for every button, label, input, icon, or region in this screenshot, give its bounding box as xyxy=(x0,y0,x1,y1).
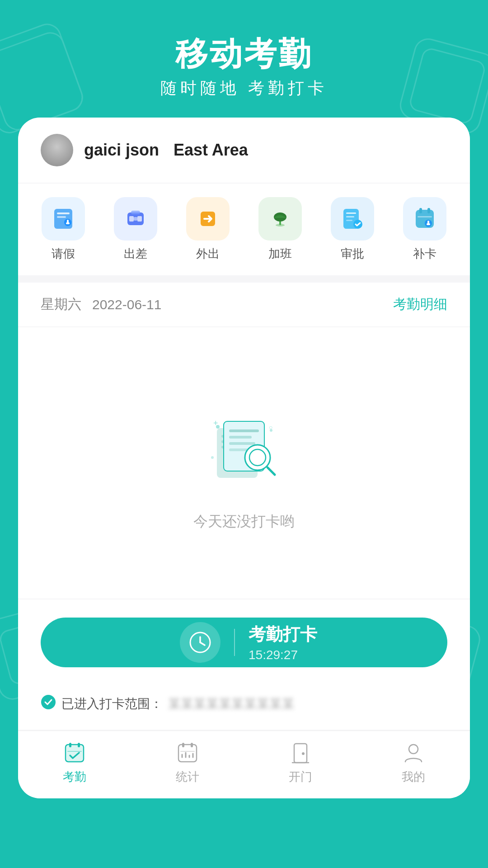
svg-rect-43 xyxy=(229,448,248,451)
checkin-clock-icon xyxy=(180,622,221,663)
action-icon-waichu xyxy=(186,197,230,241)
svg-rect-62 xyxy=(182,743,184,747)
attendance-detail-link[interactable]: 考勤明细 xyxy=(393,295,447,314)
nav-label-tongji: 统计 xyxy=(176,769,199,785)
bottom-nav: 考勤 统计 xyxy=(18,731,470,798)
checkin-button[interactable]: 考勤打卡 15:29:27 xyxy=(41,618,447,667)
nav-label-wode: 我的 xyxy=(402,769,425,785)
action-label-qingjia: 请假 xyxy=(52,246,75,262)
svg-rect-28 xyxy=(419,208,422,213)
svg-rect-64 xyxy=(180,751,195,752)
svg-rect-59 xyxy=(78,743,80,747)
action-icon-qingjia xyxy=(42,197,85,241)
action-label-shenpi: 审批 xyxy=(341,246,364,262)
svg-point-67 xyxy=(409,745,418,754)
svg-rect-61 xyxy=(178,745,197,762)
svg-rect-7 xyxy=(54,209,72,229)
svg-line-46 xyxy=(267,467,275,475)
nav-label-kaimen: 开门 xyxy=(289,769,312,785)
main-card: gaici json East Area 请假 xyxy=(18,118,470,798)
nav-label-kaoqin: 考勤 xyxy=(63,769,86,785)
svg-rect-29 xyxy=(427,208,430,213)
checkin-area: 考勤打卡 15:29:27 xyxy=(18,599,470,685)
svg-rect-58 xyxy=(69,743,71,747)
action-qingjia[interactable]: 请假 xyxy=(42,197,85,262)
svg-rect-12 xyxy=(66,222,70,224)
action-shenpi[interactable]: 审批 xyxy=(331,197,374,262)
svg-rect-63 xyxy=(191,743,193,747)
empty-text: 今天还没打卡哟 xyxy=(193,512,295,532)
page-title: 移动考勤 xyxy=(0,36,488,72)
svg-point-55 xyxy=(41,695,56,709)
checkin-time: 15:29:27 xyxy=(249,648,298,662)
weekday-text: 星期六 xyxy=(41,295,81,314)
action-buka[interactable]: 补卡 xyxy=(403,197,446,262)
empty-state: + ○ 今天还没打卡哟 xyxy=(18,327,470,599)
svg-text:+: + xyxy=(213,419,218,428)
checkin-label: 考勤打卡 xyxy=(249,623,317,646)
nav-item-tongji[interactable]: 统计 xyxy=(131,740,244,785)
svg-rect-8 xyxy=(57,212,70,214)
user-name: gaici json xyxy=(84,141,159,160)
action-label-chuchai: 出差 xyxy=(124,246,147,262)
date-text: 2022-06-11 xyxy=(92,297,161,312)
svg-point-49 xyxy=(211,456,214,459)
nav-item-kaoqin[interactable]: 考勤 xyxy=(18,740,131,785)
action-icon-shenpi xyxy=(331,197,374,241)
action-label-waichu: 外出 xyxy=(196,246,220,262)
status-prefix: 已进入打卡范围： xyxy=(61,695,163,712)
action-chuchai[interactable]: 出差 xyxy=(114,197,157,262)
svg-rect-40 xyxy=(229,429,259,432)
svg-rect-23 xyxy=(346,212,356,214)
svg-rect-17 xyxy=(134,217,137,221)
checkin-divider xyxy=(234,629,235,656)
action-icon-buka xyxy=(403,197,446,241)
page-subtitle: 随时随地 考勤打卡 xyxy=(0,77,488,99)
svg-rect-30 xyxy=(418,216,432,217)
action-icon-chuchai xyxy=(114,197,157,241)
svg-point-44 xyxy=(245,445,270,470)
card-header: gaici json East Area xyxy=(18,118,470,183)
avatar xyxy=(41,134,73,166)
nav-icon-kaimen xyxy=(288,740,313,765)
svg-rect-16 xyxy=(137,216,142,222)
status-check-icon xyxy=(41,694,56,713)
svg-rect-60 xyxy=(67,751,82,752)
svg-rect-65 xyxy=(294,744,307,763)
action-label-buka: 补卡 xyxy=(413,246,436,262)
svg-rect-56 xyxy=(66,745,84,762)
action-label-jiaban: 加班 xyxy=(268,246,292,262)
nav-icon-tongji xyxy=(175,740,200,765)
svg-rect-41 xyxy=(229,436,252,439)
nav-item-wode[interactable]: 我的 xyxy=(357,740,470,785)
quick-actions: 请假 出差 xyxy=(18,184,470,275)
svg-rect-42 xyxy=(229,442,255,445)
svg-rect-33 xyxy=(427,223,430,225)
svg-point-66 xyxy=(302,752,305,755)
status-location: 某某某某某某某某某某 xyxy=(168,695,295,712)
empty-illustration: + ○ xyxy=(199,403,289,494)
action-waichu[interactable]: 外出 xyxy=(186,197,230,262)
checkin-text: 考勤打卡 15:29:27 xyxy=(249,623,317,662)
action-icon-jiaban xyxy=(258,197,302,241)
svg-rect-25 xyxy=(346,220,352,221)
svg-rect-14 xyxy=(131,211,140,214)
nav-item-kaimen[interactable]: 开门 xyxy=(244,740,357,785)
svg-rect-15 xyxy=(129,216,134,222)
svg-text:○: ○ xyxy=(269,424,272,431)
svg-rect-24 xyxy=(346,216,354,217)
nav-icon-kaoqin xyxy=(62,740,87,765)
nav-icon-wode xyxy=(401,740,426,765)
svg-line-54 xyxy=(200,642,205,645)
action-jiaban[interactable]: 加班 xyxy=(258,197,302,262)
svg-rect-9 xyxy=(57,216,66,218)
area-name: East Area xyxy=(174,141,248,160)
status-row: 已进入打卡范围： 某某某某某某某某某某 xyxy=(18,685,470,730)
date-row: 星期六 2022-06-11 考勤明细 xyxy=(18,283,470,326)
